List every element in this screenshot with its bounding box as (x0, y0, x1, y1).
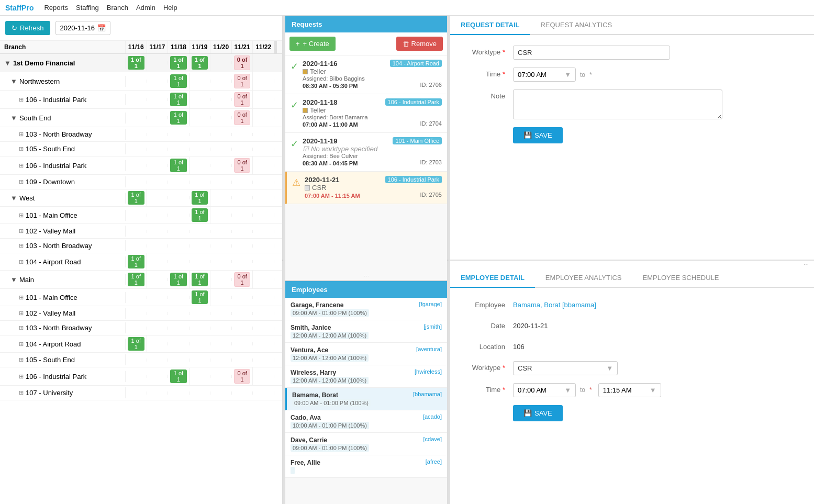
request-worktype: Teller (303, 68, 442, 75)
collapse-icon[interactable]: ▼ (10, 77, 17, 85)
cell: 1 of 1 (168, 54, 189, 71)
request-item[interactable]: ✓ 2020-11-16 104 - Airport Road Teller A… (285, 55, 447, 94)
save-employee-button[interactable]: 💾 SAVE (513, 405, 563, 421)
refresh-button[interactable]: ↻ Refresh (5, 21, 50, 35)
chevron-down-icon: ▼ (564, 386, 571, 394)
employee-name-row: Smith, Janice [jsmith] (291, 323, 442, 331)
request-date-row: 2020-11-19 101 - Main Office (303, 137, 442, 145)
worktype-input[interactable] (513, 46, 670, 60)
form-row-emp-save: 💾 SAVE (461, 405, 804, 421)
cell (189, 148, 211, 151)
create-request-button[interactable]: + + Create (289, 37, 336, 51)
cell (189, 342, 211, 345)
request-item[interactable]: ✓ 2020-11-19 101 - Main Office ☑ No work… (285, 133, 447, 172)
branch-icon: ⊞ (19, 341, 24, 348)
employee-item[interactable]: Ventura, Ace [aventura] 12:00 AM - 12:00… (285, 343, 447, 365)
nav-branch[interactable]: Branch (107, 4, 128, 12)
location-value: 106 (513, 340, 525, 353)
table-row[interactable]: ⊞ 106 - Industrial Park 1 of 1 0 of 1 (0, 156, 282, 175)
table-row[interactable]: ⊞ 109 - Downtown (0, 175, 282, 189)
table-row[interactable]: ⊞ 103 - North Broadway (0, 321, 282, 335)
calendar-icon[interactable]: 📅 (97, 24, 106, 32)
cell (232, 391, 253, 395)
branch-label: ⊞ 102 - Valley Mall (0, 226, 126, 237)
cell (147, 164, 169, 167)
time-from-select[interactable]: 07:00 AM ▼ (513, 68, 576, 82)
employee-item[interactable]: Dave, Carrie [cdave] 09:00 AM - 01:00 PM… (285, 433, 447, 455)
table-row[interactable]: ⊞ 102 - Valley Mall (0, 224, 282, 239)
table-row[interactable]: ⊞ 105 - South End (0, 142, 282, 156)
table-row[interactable]: ⊞ 104 - Airport Road 1 of 1 (0, 335, 282, 353)
table-row[interactable]: ⊞ 104 - Airport Road 1 of 1 (0, 253, 282, 271)
nav-staffing[interactable]: Staffing (76, 4, 99, 12)
employee-item[interactable]: Bamama, Borat [bbamama] 09:00 AM - 01:00… (285, 388, 447, 410)
branch-icon: ⊞ (19, 324, 24, 331)
cell (253, 391, 274, 395)
employee-item[interactable]: Free, Allie [afree] (285, 455, 447, 478)
employee-time-row: 12:00 AM - 12:00 AM (100%) (291, 354, 442, 362)
table-row[interactable]: ▼ South End 1 of 1 0 of 1 (0, 109, 282, 127)
form-row-emp-worktype: Worktype CSR ▼ (461, 361, 804, 375)
table-row[interactable]: ⊞ 106 - Industrial Park 1 of 1 0 of 1 (0, 91, 282, 109)
nav-admin[interactable]: Admin (136, 4, 155, 12)
table-row[interactable]: ⊞ 102 - Valley Mall (0, 306, 282, 321)
cell (147, 375, 169, 378)
employee-item[interactable]: Wireless, Harry [hwireless] 12:00 AM - 1… (285, 365, 447, 388)
emp-worktype-label: Worktype (461, 361, 513, 372)
collapse-icon[interactable]: ▼ (10, 114, 17, 122)
table-row[interactable]: ⊞ 103 - North Broadway (0, 239, 282, 253)
tab-request-analytics[interactable]: REQUEST ANALYTICS (530, 16, 622, 35)
table-row[interactable]: ▼ 1st Demo Financial 1 of 1 1 of 1 1 of … (0, 54, 282, 72)
tab-request-detail[interactable]: REQUEST DETAIL (450, 16, 530, 35)
cell (253, 214, 274, 217)
employee-item[interactable]: Garage, Francene [fgarage] 09:00 AM - 01… (285, 298, 447, 320)
request-item[interactable]: ⚠ 2020-11-21 106 - Industrial Park CSR 0… (285, 172, 447, 204)
employees-header: Employees (285, 281, 447, 298)
cell (210, 196, 232, 199)
emp-time-to-select[interactable]: 11:15 AM ▼ (598, 383, 661, 397)
cell (232, 312, 253, 315)
request-body: 2020-11-21 106 - Industrial Park CSR 07:… (305, 176, 442, 199)
table-row[interactable]: ⊞ 101 - Main Office 1 of 1 (0, 207, 282, 224)
tab-employee-detail[interactable]: EMPLOYEE DETAIL (450, 268, 535, 288)
cell (147, 133, 169, 136)
cell (189, 230, 211, 233)
nav-help[interactable]: Help (163, 4, 177, 12)
tab-employee-schedule[interactable]: EMPLOYEE SCHEDULE (632, 268, 730, 288)
emp-worktype-select[interactable]: CSR ▼ (513, 361, 618, 375)
table-row[interactable]: ▼ Northwestern 1 of 1 0 of 1 (0, 72, 282, 91)
note-textarea[interactable] (513, 89, 722, 119)
table-row[interactable]: ⊞ 107 - University (0, 386, 282, 400)
cell (253, 181, 274, 184)
remove-request-button[interactable]: 🗑 Remove (396, 37, 443, 51)
branch-icon: ⊞ (19, 131, 24, 138)
employee-item[interactable]: Cado, Ava [acado] 10:00 AM - 01:00 PM (1… (285, 410, 447, 433)
col-1119: 11/19 (189, 41, 211, 53)
collapse-icon[interactable]: ▼ (4, 59, 11, 67)
nav-brand[interactable]: StaffPro (5, 4, 34, 12)
cell (210, 133, 232, 136)
nav-reports[interactable]: Reports (44, 4, 68, 12)
emp-time-from-select[interactable]: 07:00 AM ▼ (513, 383, 576, 397)
table-row[interactable]: ▼ Main 1 of 1 1 of 1 1 of 1 0 of 1 (0, 271, 282, 289)
cell (253, 164, 274, 167)
location-label: Location (461, 340, 513, 351)
table-row[interactable]: ⊞ 101 - Main Office 1 of 1 (0, 289, 282, 306)
table-row[interactable]: ⊞ 103 - North Broadway (0, 127, 282, 142)
tab-employee-analytics[interactable]: EMPLOYEE ANALYTICS (535, 268, 632, 288)
requests-section: Requests + + Create 🗑 Remove ✓ (285, 16, 447, 272)
plus-icon: + (296, 40, 300, 48)
table-row[interactable]: ▼ West 1 of 1 1 of 1 (0, 189, 282, 207)
cell (168, 133, 189, 136)
table-row[interactable]: ⊞ 105 - South End (0, 353, 282, 367)
cell: 0 of 1 (232, 91, 253, 108)
collapse-icon[interactable]: ▼ (10, 194, 17, 202)
collapse-icon[interactable]: ▼ (10, 276, 17, 284)
cell (147, 214, 169, 217)
request-item[interactable]: ✓ 2020-11-18 106 - Industrial Park Telle… (285, 94, 447, 133)
chevron-down-icon: ▼ (606, 364, 613, 372)
table-row[interactable]: ⊞ 106 - Industrial Park 1 of 1 0 of 1 (0, 367, 282, 386)
cell (147, 80, 169, 83)
employee-item[interactable]: Smith, Janice [jsmith] 12:00 AM - 12:00 … (285, 320, 447, 343)
save-request-button[interactable]: 💾 SAVE (513, 127, 563, 143)
